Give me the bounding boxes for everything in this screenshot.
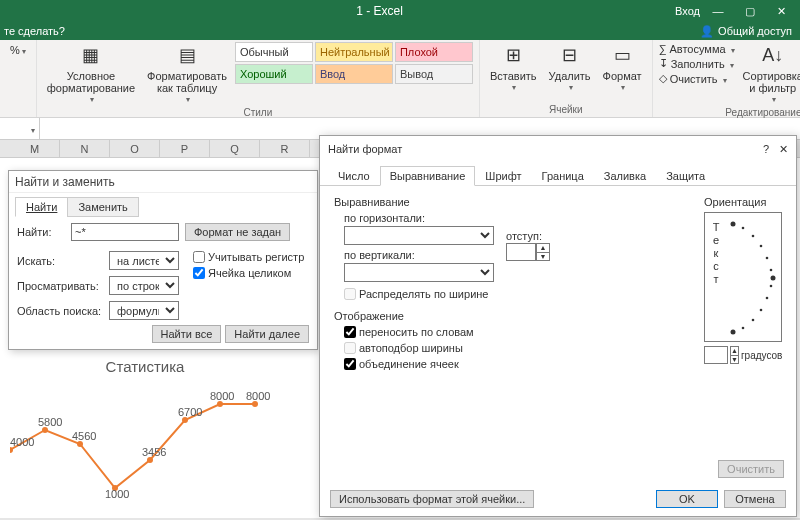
chart-line: 400058004560 100034566700 80008000 (10, 390, 280, 500)
degrees-spinner[interactable]: ▲▼ (730, 346, 739, 364)
clear-format-button: Очистить (718, 460, 784, 478)
conditional-formatting-button[interactable]: ▦ Условное форматирование (43, 42, 139, 107)
horizontal-align-select[interactable] (344, 226, 494, 245)
clear-button[interactable]: ◇Очистить (659, 71, 735, 86)
svg-text:8000: 8000 (246, 390, 270, 402)
format-cells-button[interactable]: ▭Формат (599, 42, 646, 95)
shrink-fit-checkbox: автоподбор ширины (344, 342, 684, 354)
svg-text:1000: 1000 (105, 488, 129, 500)
whole-cell-checkbox[interactable]: Ячейка целиком (193, 267, 304, 279)
format-not-set-button[interactable]: Формат не задан (185, 223, 290, 241)
svg-point-28 (731, 330, 736, 335)
autosum-button[interactable]: ∑Автосумма (659, 42, 735, 56)
indent-input[interactable] (506, 243, 536, 261)
orientation-vertical-text: Текст (709, 221, 723, 285)
distribute-checkbox: Распределять по ширине (344, 288, 684, 300)
cell-styles-gallery[interactable]: Обычный Нейтральный Плохой Хороший Ввод … (235, 42, 473, 84)
svg-text:6700: 6700 (178, 406, 202, 418)
minimize-icon[interactable]: — (704, 0, 732, 22)
share-button[interactable]: Общий доступ (718, 25, 792, 37)
tab-border[interactable]: Граница (532, 166, 594, 186)
svg-text:4560: 4560 (72, 430, 96, 442)
col-P[interactable]: P (160, 140, 210, 157)
chart[interactable]: Статистика 400058004560 100034566700 800… (10, 358, 280, 518)
degrees-input[interactable] (704, 346, 728, 364)
merge-cells-checkbox[interactable]: объединение ячеек (344, 358, 684, 370)
conditional-formatting-icon: ▦ (79, 44, 103, 68)
eraser-icon: ◇ (659, 72, 667, 85)
look-by-select[interactable]: по строкам (109, 276, 179, 295)
svg-text:8000: 8000 (210, 390, 234, 402)
close-dialog-icon[interactable]: ✕ (779, 143, 788, 156)
orientation-label: Ориентация (704, 196, 782, 208)
tab-replace[interactable]: Заменить (67, 197, 138, 217)
percent-styles[interactable]: % (6, 42, 30, 59)
col-M[interactable]: M (10, 140, 60, 157)
tell-me-hint[interactable]: те сделать? (4, 25, 65, 37)
horizontal-label: по горизонтали: (344, 212, 684, 224)
sigma-icon: ∑ (659, 43, 667, 55)
use-cell-format-button[interactable]: Использовать формат этой ячейки... (330, 490, 534, 508)
style-output[interactable]: Вывод (395, 64, 473, 84)
match-case-checkbox[interactable]: Учитывать регистр (193, 251, 304, 263)
svg-point-20 (766, 257, 769, 260)
col-N[interactable]: N (60, 140, 110, 157)
close-icon[interactable]: ✕ (768, 0, 796, 22)
login-link[interactable]: Вход (675, 5, 700, 17)
indent-spinner[interactable]: ▲▼ (536, 243, 550, 261)
insert-icon: ⊞ (501, 44, 525, 68)
display-group-label: Отображение (334, 310, 684, 322)
col-Q[interactable]: Q (210, 140, 260, 157)
style-good[interactable]: Хороший (235, 64, 313, 84)
svg-text:3456: 3456 (142, 446, 166, 458)
col-O[interactable]: O (110, 140, 160, 157)
ok-button[interactable]: OK (656, 490, 718, 508)
find-format-dialog: Найти формат ? ✕ Число Выравнивание Шриф… (319, 135, 797, 517)
svg-point-25 (760, 309, 763, 312)
look-by-label: Просматривать: (17, 280, 103, 292)
help-icon[interactable]: ? (763, 143, 769, 156)
fill-icon: ↧ (659, 57, 668, 70)
search-in-select[interactable]: на листе (109, 251, 179, 270)
style-neutral[interactable]: Нейтральный (315, 42, 393, 62)
find-all-button[interactable]: Найти все (152, 325, 222, 343)
group-label-styles: Стили (243, 107, 272, 120)
style-input[interactable]: Ввод (315, 64, 393, 84)
degrees-label: градусов (741, 350, 782, 361)
maximize-icon[interactable]: ▢ (736, 0, 764, 22)
col-R[interactable]: R (260, 140, 310, 157)
svg-point-27 (742, 327, 745, 330)
wrap-text-checkbox[interactable]: переносить по словам (344, 326, 684, 338)
svg-text:4000: 4000 (10, 436, 34, 448)
indent-label: отступ: (506, 230, 542, 242)
delete-icon: ⊟ (558, 44, 582, 68)
orientation-control[interactable]: Текст (704, 212, 782, 342)
style-normal[interactable]: Обычный (235, 42, 313, 62)
vertical-align-select[interactable] (344, 263, 494, 282)
svg-point-24 (766, 297, 769, 300)
fill-button[interactable]: ↧Заполнить (659, 56, 735, 71)
tab-number[interactable]: Число (328, 166, 380, 186)
style-bad[interactable]: Плохой (395, 42, 473, 62)
svg-text:5800: 5800 (38, 416, 62, 428)
alignment-group-label: Выравнивание (334, 196, 684, 208)
tab-protection[interactable]: Защита (656, 166, 715, 186)
table-icon: ▤ (175, 44, 199, 68)
tab-find[interactable]: Найти (15, 197, 68, 217)
delete-cells-button[interactable]: ⊟Удалить (545, 42, 595, 95)
tab-fill[interactable]: Заливка (594, 166, 656, 186)
tab-alignment[interactable]: Выравнивание (380, 166, 476, 186)
find-next-button[interactable]: Найти далее (225, 325, 309, 343)
find-input[interactable] (71, 223, 179, 241)
search-area-select[interactable]: формулы (109, 301, 179, 320)
name-box[interactable] (0, 118, 40, 139)
format-as-table-button[interactable]: ▤ Форматировать как таблицу (143, 42, 231, 107)
vertical-label: по вертикали: (344, 249, 494, 261)
tab-font[interactable]: Шрифт (475, 166, 531, 186)
svg-point-18 (752, 235, 755, 238)
insert-cells-button[interactable]: ⊞Вставить (486, 42, 541, 95)
svg-point-26 (752, 319, 755, 322)
window-title: 1 - Excel (356, 4, 403, 18)
sort-filter-button[interactable]: A↓Сортировка и фильтр (739, 42, 800, 107)
cancel-button[interactable]: Отмена (724, 490, 786, 508)
